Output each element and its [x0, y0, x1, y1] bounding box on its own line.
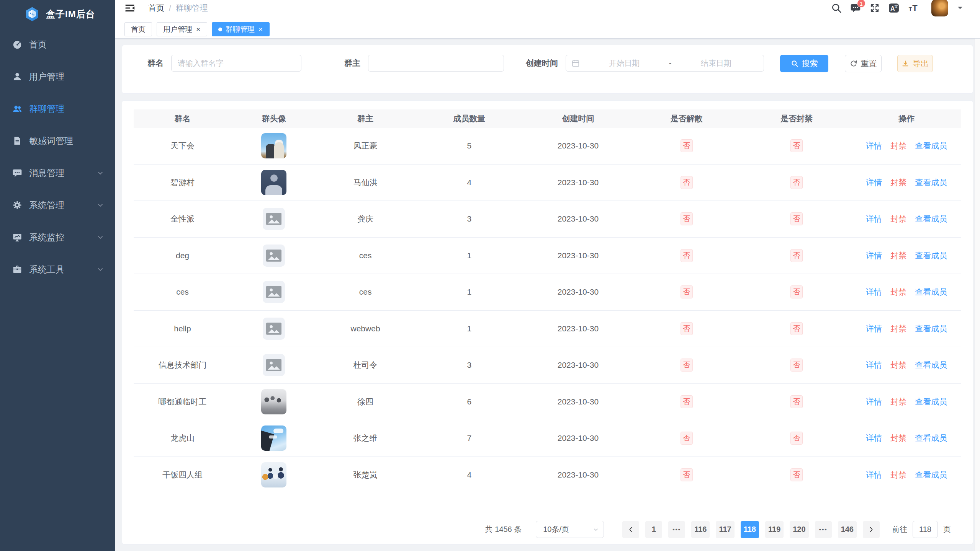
view-members-link[interactable]: 查看成员 [915, 323, 947, 334]
hamburger-button[interactable] [124, 3, 135, 13]
banned-cell: 否 [741, 432, 852, 445]
page-ellipsis[interactable]: ••• [668, 521, 685, 538]
active-tab-dot [218, 28, 222, 31]
date-end-input[interactable] [674, 59, 758, 68]
detail-link[interactable]: 详情 [866, 360, 882, 370]
ban-link[interactable]: 封禁 [890, 323, 906, 334]
created-time-cell: 2023-10-30 [524, 141, 632, 150]
messages-icon[interactable]: 1 [850, 3, 861, 13]
page-button-118[interactable]: 118 [741, 521, 759, 538]
ban-link[interactable]: 封禁 [890, 287, 906, 297]
reset-button[interactable]: 重置 [845, 55, 882, 72]
view-members-link[interactable]: 查看成员 [915, 250, 947, 261]
sidebar-item-group-chat-management[interactable]: 群聊管理 [0, 93, 115, 125]
page-button-117[interactable]: 117 [716, 521, 734, 538]
fullscreen-icon[interactable] [869, 3, 880, 13]
actions-cell: 详情 封禁 查看成员 [852, 140, 961, 151]
detail-link[interactable]: 详情 [866, 433, 882, 443]
sidebar-item-home[interactable]: 首页 [0, 28, 115, 60]
detail-link[interactable]: 详情 [866, 250, 882, 261]
detail-link[interactable]: 详情 [866, 177, 882, 188]
sidebar-item-system-management[interactable]: 系统管理 [0, 189, 115, 221]
group-avatar-image [261, 170, 286, 195]
table-row: 天下会 风正豪 5 2023-10-30 否 否 详情 封禁 查看成员 [134, 128, 961, 165]
search-icon[interactable] [831, 3, 842, 13]
view-members-link[interactable]: 查看成员 [915, 214, 947, 224]
caret-down-icon[interactable] [957, 6, 963, 10]
ban-link[interactable]: 封禁 [890, 469, 906, 480]
page-ellipsis[interactable]: ••• [815, 521, 832, 538]
page-button-119[interactable]: 119 [765, 521, 784, 538]
page-button-120[interactable]: 120 [790, 521, 808, 538]
svg-text:T: T [912, 3, 918, 13]
view-members-link[interactable]: 查看成员 [915, 396, 947, 407]
sidebar-item-sensitive-words[interactable]: 敏感词管理 [0, 125, 115, 157]
message-icon [12, 168, 22, 178]
close-icon[interactable]: × [196, 26, 201, 33]
view-members-link[interactable]: 查看成员 [915, 360, 947, 370]
group-name-input[interactable] [171, 55, 301, 72]
tab-group-management[interactable]: 群聊管理 × [212, 22, 270, 36]
app-logo[interactable]: 盒子IM后台 [0, 0, 115, 28]
filter-panel: 群名 群主 创建时间 - 搜索 [122, 45, 973, 94]
ban-link[interactable]: 封禁 [890, 396, 906, 407]
next-page-button[interactable] [863, 521, 880, 538]
page-button-116[interactable]: 116 [691, 521, 710, 538]
tab-home[interactable]: 首页 [124, 22, 152, 36]
ban-link[interactable]: 封禁 [890, 140, 906, 151]
member-count-cell: 1 [414, 324, 524, 333]
search-button-label: 搜索 [802, 58, 818, 69]
owner-cell: 龚庆 [317, 214, 414, 224]
detail-link[interactable]: 详情 [866, 469, 882, 480]
dissolved-badge: 否 [681, 322, 693, 335]
dissolved-badge: 否 [681, 139, 693, 152]
date-range-input[interactable]: - [566, 55, 764, 72]
goto-label: 前往 [892, 524, 907, 535]
view-members-link[interactable]: 查看成员 [915, 177, 947, 188]
detail-link[interactable]: 详情 [866, 287, 882, 297]
sidebar-item-system-tools[interactable]: 系统工具 [0, 253, 115, 285]
date-start-input[interactable] [582, 59, 667, 68]
ban-link[interactable]: 封禁 [890, 214, 906, 224]
prev-page-button[interactable] [622, 521, 639, 538]
ban-link[interactable]: 封禁 [890, 360, 906, 370]
search-button[interactable]: 搜索 [780, 55, 828, 72]
breadcrumb-home[interactable]: 首页 [148, 3, 164, 13]
page-button-1[interactable]: 1 [645, 521, 662, 538]
ban-link[interactable]: 封禁 [890, 433, 906, 443]
ban-link[interactable]: 封禁 [890, 250, 906, 261]
font-size-icon[interactable]: T T [908, 3, 920, 13]
view-members-link[interactable]: 查看成员 [915, 433, 947, 443]
banned-cell: 否 [741, 322, 852, 335]
sidebar-item-system-monitor[interactable]: 系统监控 [0, 221, 115, 253]
tab-label: 群聊管理 [226, 24, 255, 34]
ban-link[interactable]: 封禁 [890, 177, 906, 188]
translate-icon[interactable]: A 文 [888, 3, 899, 13]
sidebar-item-user-management[interactable]: 用户管理 [0, 60, 115, 93]
banned-badge: 否 [790, 176, 803, 189]
export-button[interactable]: 导出 [897, 55, 933, 72]
tab-user-management[interactable]: 用户管理 × [157, 22, 207, 36]
content: 群名 群主 创建时间 - 搜索 [115, 39, 980, 551]
owner-input[interactable] [368, 55, 504, 72]
detail-link[interactable]: 详情 [866, 323, 882, 334]
sidebar: 盒子IM后台 首页 用户管理 群聊管理 敏感词管理 消息管理 系统管理 系统监控… [0, 0, 115, 551]
goto-page-input[interactable] [913, 521, 938, 538]
view-members-link[interactable]: 查看成员 [915, 140, 947, 151]
group-avatar-placeholder [263, 354, 285, 376]
detail-link[interactable]: 详情 [866, 396, 882, 407]
actions-cell: 详情 封禁 查看成员 [852, 214, 961, 224]
group-name-cell: 龙虎山 [134, 433, 231, 443]
sidebar-item-message-management[interactable]: 消息管理 [0, 157, 115, 189]
user-avatar[interactable] [931, 0, 948, 16]
dissolved-badge: 否 [681, 249, 693, 262]
view-members-link[interactable]: 查看成员 [915, 469, 947, 480]
page-size-select[interactable]: 10条/页 [536, 521, 604, 538]
view-members-link[interactable]: 查看成员 [915, 287, 947, 297]
group-avatar-placeholder [263, 318, 285, 340]
detail-link[interactable]: 详情 [866, 140, 882, 151]
scrollbar-track[interactable] [975, 39, 980, 551]
page-button-146[interactable]: 146 [838, 521, 857, 538]
close-icon[interactable]: × [258, 26, 263, 33]
detail-link[interactable]: 详情 [866, 214, 882, 224]
